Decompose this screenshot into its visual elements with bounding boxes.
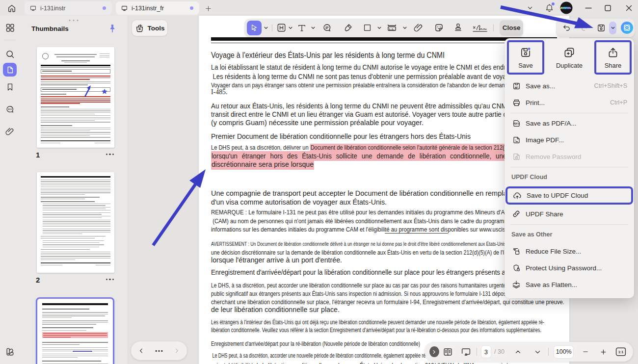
previous-page-button[interactable]	[508, 348, 528, 356]
shapes-options-chevron[interactable]	[376, 26, 382, 30]
save-options-button[interactable]	[609, 22, 616, 34]
sidebar-item-search[interactable]	[0, 45, 20, 63]
updf-ai-button[interactable]	[621, 22, 633, 34]
thumb-content-line	[41, 109, 110, 109]
thumb-content-line	[41, 192, 110, 193]
sidebar-item-attachments[interactable]	[0, 123, 20, 140]
measure-options-chevron[interactable]	[402, 26, 408, 30]
menu-divider	[510, 113, 628, 113]
tab-i-131instr[interactable]: i-131instr	[25, 1, 112, 15]
save-icon	[596, 23, 606, 33]
home-button[interactable]	[6, 2, 18, 14]
thumb-content-line	[42, 357, 78, 358]
tool-edit-heading[interactable]	[275, 23, 288, 33]
tool-highlighter[interactable]	[339, 23, 358, 33]
pin-panel-button[interactable]	[108, 24, 117, 33]
thumbnail-options-button[interactable]	[106, 154, 114, 155]
stamp-icon	[453, 23, 463, 33]
chevron-down-icon	[288, 26, 293, 30]
menu-item-reduce-file-size[interactable]: Reduce File Size...	[505, 243, 634, 260]
menu-share-button[interactable]: Share	[594, 40, 632, 75]
thumb-content-line	[41, 115, 110, 116]
sidebar-item-comments[interactable]	[0, 101, 20, 118]
sidebar-item-apps[interactable]	[0, 19, 20, 36]
collapse-bar-button[interactable]	[429, 346, 439, 357]
menu-item-save-as-pdf-a[interactable]: PDF/ASave as PDF/A...	[505, 115, 634, 131]
decor: Enregistrement d'arrivée/départ pour la …	[211, 340, 420, 347]
slideshow-button[interactable]	[457, 347, 476, 357]
tool-shapes[interactable]	[358, 23, 376, 32]
sidebar-item-swatches[interactable]	[0, 343, 20, 361]
thumb-content-line	[41, 137, 110, 137]
tool-comment[interactable]	[316, 23, 339, 33]
chevron-down-icon	[311, 26, 316, 30]
current-page: 3	[484, 348, 488, 356]
zoom-level-input[interactable]: 100%	[554, 345, 574, 359]
redo-icon	[580, 23, 589, 32]
tool-attach-file[interactable]	[408, 23, 429, 33]
tool-sticker[interactable]	[429, 23, 449, 33]
menu-item-save-as[interactable]: Save as...Ctrl+Shift+S	[505, 78, 634, 94]
menu-item-save-to-updf-cloud[interactable]: Save to UPDF Cloud	[505, 186, 633, 205]
close-edit-mode-button[interactable]: Close	[500, 20, 523, 36]
maximize-button[interactable]	[600, 0, 615, 15]
menu-item-remove-password[interactable]: Remove Password	[505, 148, 634, 165]
menu-item-protect-using-password[interactable]: Protect Using Password...	[505, 260, 634, 276]
sidebar-item-thumbnails[interactable]	[0, 61, 20, 78]
tools-button[interactable]: Tools	[132, 20, 168, 36]
page-thumbnail-1[interactable]	[37, 47, 114, 148]
titlebar-chevron-button[interactable]	[523, 0, 537, 15]
page-thumbnail-3-selected[interactable]	[36, 297, 114, 364]
decor	[548, 348, 549, 356]
actual-size-button[interactable]: 1:1	[613, 347, 628, 356]
menu-item-save-as-flatten[interactable]: Save as Flatten...	[505, 276, 634, 293]
decor: Les étrangers à l'intérieur des États-Un…	[211, 319, 544, 326]
view-controls-pill: 3 / 30 100% 1:1	[425, 342, 633, 362]
close-window-button[interactable]	[621, 0, 636, 15]
thumb-content-line	[41, 180, 110, 180]
thumb-content-line	[41, 253, 110, 254]
new-tab-button[interactable]	[203, 3, 213, 14]
zoom-in-button[interactable]	[594, 348, 612, 356]
next-page-button[interactable]	[528, 348, 548, 356]
decor: libération conditionnelle. Veuillez vous…	[211, 327, 541, 334]
heading-options-chevron[interactable]	[288, 26, 294, 30]
tool-signature[interactable]	[468, 23, 492, 33]
next-page-button[interactable]	[173, 347, 180, 354]
pages-more-button[interactable]	[155, 350, 163, 352]
menu-duplicate-button[interactable]: Duplicate	[551, 40, 588, 75]
tool-select-cursor[interactable]	[247, 21, 262, 35]
thumbnail-options-button[interactable]	[106, 279, 114, 280]
tab-i-131instr-fr[interactable]: i-131instr_fr	[116, 1, 199, 15]
page-thumbnail-2[interactable]	[37, 172, 114, 273]
thumb-content-line	[73, 351, 92, 352]
page-number-input[interactable]: 3	[481, 345, 492, 358]
tool-measure[interactable]	[382, 22, 402, 33]
menu-item-print[interactable]: Print...Ctrl+P	[505, 94, 634, 111]
thumb-content-line	[42, 351, 72, 351]
cursor-options-chevron[interactable]	[263, 26, 269, 30]
zoom-out-button[interactable]	[577, 348, 594, 355]
notifications-button[interactable]	[542, 0, 557, 15]
prev-page-button[interactable]	[138, 347, 145, 354]
thumb-content-line	[43, 221, 110, 222]
account-avatar[interactable]	[559, 0, 574, 15]
menu-save-button[interactable]: Save	[507, 40, 544, 75]
thumb-content-line	[41, 130, 90, 131]
menu-item-updf-share[interactable]: UPDF Share	[505, 206, 634, 222]
save-button[interactable]	[593, 23, 609, 33]
menu-item-image-pdf[interactable]: Image PDF...	[505, 131, 634, 148]
thumb-content-line	[43, 216, 110, 216]
panel-drag-handle[interactable]	[69, 20, 79, 21]
sidebar-item-bookmarks[interactable]	[0, 78, 20, 96]
decor: d'un visa comme autorisation de voyager …	[211, 198, 387, 206]
text-options-chevron[interactable]	[310, 26, 316, 30]
minimize-button[interactable]	[581, 0, 596, 15]
undo-button[interactable]	[557, 23, 576, 32]
tool-add-text[interactable]	[293, 23, 310, 33]
page-layout-button[interactable]	[439, 347, 457, 357]
tool-stamp[interactable]	[449, 23, 468, 33]
decor: (CAM) au nom de personnes qui n'ont jama…	[211, 217, 525, 225]
minimize-icon	[585, 4, 592, 11]
redo-button[interactable]	[576, 23, 593, 32]
